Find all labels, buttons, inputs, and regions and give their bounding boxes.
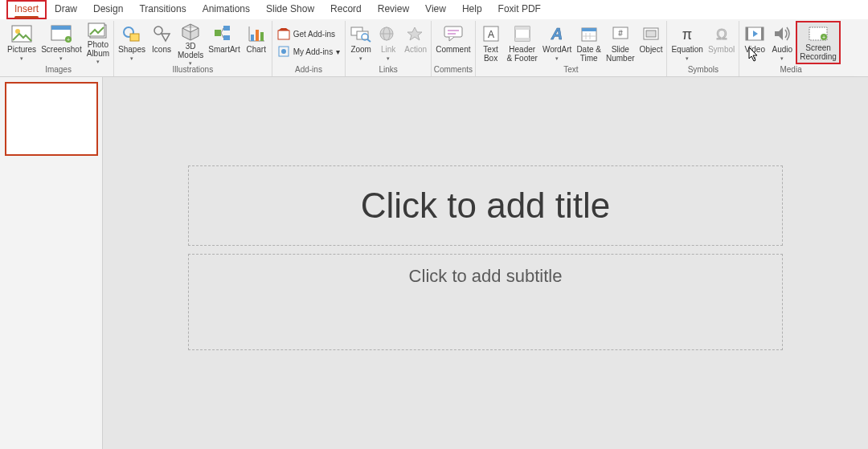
chart-icon [245, 22, 268, 45]
svg-text:A: A [488, 29, 494, 40]
screenshot-icon: + [50, 22, 72, 45]
link-label: Link [381, 46, 395, 55]
svg-rect-19 [256, 30, 259, 41]
screenshot-label: Screenshot [41, 46, 82, 55]
text-box-button[interactable]: A Text Box [477, 21, 505, 64]
tab-help[interactable]: Help [454, 0, 490, 19]
equation-button[interactable]: π Equation ▾ [669, 21, 705, 64]
ribbon-tabbar: Insert Draw Design Transitions Animation… [0, 0, 868, 19]
photo-album-icon [87, 22, 109, 40]
equation-icon: π [676, 22, 698, 45]
svg-rect-38 [515, 27, 530, 30]
screen-recording-label: Screen Recording [800, 44, 837, 61]
photo-album-label: Photo Album [87, 41, 109, 58]
slide-canvas[interactable]: Click to add title Click to add subtitle [188, 165, 783, 358]
tab-transitions[interactable]: Transitions [131, 0, 194, 19]
action-icon [404, 22, 427, 45]
header-footer-button[interactable]: Header & Footer [505, 21, 540, 64]
tab-design[interactable]: Design [85, 0, 131, 19]
svg-rect-39 [515, 38, 530, 41]
get-addins-label: Get Add-ins [293, 30, 335, 39]
tab-review[interactable]: Review [370, 0, 417, 19]
chart-button[interactable]: Chart [243, 21, 270, 64]
svg-rect-11 [215, 30, 221, 36]
slide-number-label: Slide Number [606, 46, 635, 63]
svg-rect-9 [130, 34, 139, 41]
object-button[interactable]: Object [637, 21, 665, 64]
tab-record[interactable]: Record [322, 0, 370, 19]
svg-rect-13 [223, 35, 230, 40]
chevron-down-icon: ▾ [555, 55, 559, 61]
group-images: Pictures ▾ + Screenshot ▾ Photo Album ▾ … [3, 21, 114, 76]
slide-thumbnail-pane [0, 77, 103, 449]
object-label: Object [640, 46, 663, 55]
header-footer-icon [511, 22, 534, 45]
icons-icon [150, 22, 173, 45]
picture-icon [10, 22, 33, 45]
slide-editor[interactable]: Click to add title Click to add subtitle [103, 77, 868, 449]
svg-rect-0 [12, 26, 31, 42]
cube-icon [179, 22, 202, 42]
screenshot-button[interactable]: + Screenshot ▾ [39, 21, 84, 64]
zoom-button[interactable]: Zoom ▾ [347, 21, 375, 64]
chevron-down-icon: ▾ [753, 55, 756, 61]
svg-rect-12 [223, 26, 230, 31]
audio-icon [771, 22, 793, 45]
svg-rect-20 [260, 32, 264, 41]
group-media: Video ▾ Audio ▾ + Screen Recording Media [739, 21, 842, 76]
group-symbols: π Equation ▾ Ω Symbol Symbols [667, 21, 739, 76]
action-button: Action [402, 21, 429, 64]
screen-recording-button[interactable]: + Screen Recording [796, 21, 841, 64]
zoom-label: Zoom [350, 46, 371, 55]
shapes-label: Shapes [118, 46, 145, 55]
group-links: Zoom ▾ Link ▾ Action Links [346, 21, 432, 76]
title-placeholder[interactable]: Click to add title [188, 165, 783, 246]
comment-label: Comment [436, 46, 470, 55]
subtitle-placeholder[interactable]: Click to add subtitle [188, 254, 783, 350]
my-addins-label: My Add-ins [293, 47, 333, 56]
smartart-button[interactable]: SmartArt [206, 21, 242, 64]
audio-label: Audio [772, 46, 793, 55]
svg-line-14 [221, 28, 223, 33]
audio-button[interactable]: Audio ▾ [768, 21, 796, 64]
slide-thumbnail-1[interactable] [5, 82, 98, 156]
video-button[interactable]: Video ▾ [741, 21, 768, 64]
svg-rect-32 [444, 27, 462, 37]
get-addins-button[interactable]: Get Add-ins [274, 26, 343, 42]
svg-rect-53 [746, 27, 748, 40]
chart-label: Chart [246, 46, 265, 55]
pictures-button[interactable]: Pictures ▾ [5, 21, 39, 64]
svg-point-23 [281, 49, 286, 54]
icons-label: Icons [152, 46, 171, 55]
chevron-down-icon: ▾ [96, 59, 100, 64]
text-box-label: Text Box [483, 46, 497, 63]
group-illustrations: Shapes ▾ Icons 3D Models ▾ SmartArt Char… [114, 21, 272, 76]
slide-number-button[interactable]: # Slide Number [604, 21, 637, 64]
group-media-label: Media [780, 65, 801, 76]
chevron-down-icon: ▾ [336, 47, 340, 56]
equation-label: Equation [671, 46, 702, 55]
group-text-label: Text [563, 65, 578, 76]
date-time-button[interactable]: Date & Time [574, 21, 604, 64]
my-addins-button[interactable]: My Add-ins ▾ [274, 43, 343, 59]
tab-foxit-pdf[interactable]: Foxit PDF [490, 0, 549, 19]
3d-models-button[interactable]: 3D Models ▾ [175, 21, 206, 64]
shapes-button[interactable]: Shapes ▾ [116, 21, 148, 64]
svg-text:+: + [822, 35, 825, 40]
tab-animations[interactable]: Animations [194, 0, 258, 19]
slide-number-icon: # [609, 22, 632, 45]
tab-insert[interactable]: Insert [6, 0, 47, 19]
comment-button[interactable]: Comment [433, 21, 473, 64]
tab-slide-show[interactable]: Slide Show [258, 0, 322, 19]
icons-button[interactable]: Icons [148, 21, 175, 64]
photo-album-button[interactable]: Photo Album ▾ [84, 21, 112, 64]
calendar-icon [578, 22, 600, 45]
wordart-button[interactable]: A WordArt ▾ [540, 21, 575, 64]
group-addins: Get Add-ins My Add-ins ▾ Add-ins [272, 21, 346, 76]
tab-view[interactable]: View [417, 0, 454, 19]
smartart-icon [213, 22, 235, 45]
tab-draw[interactable]: Draw [47, 0, 85, 19]
link-button: Link ▾ [375, 21, 402, 64]
svg-rect-18 [251, 35, 254, 41]
video-label: Video [745, 46, 765, 55]
